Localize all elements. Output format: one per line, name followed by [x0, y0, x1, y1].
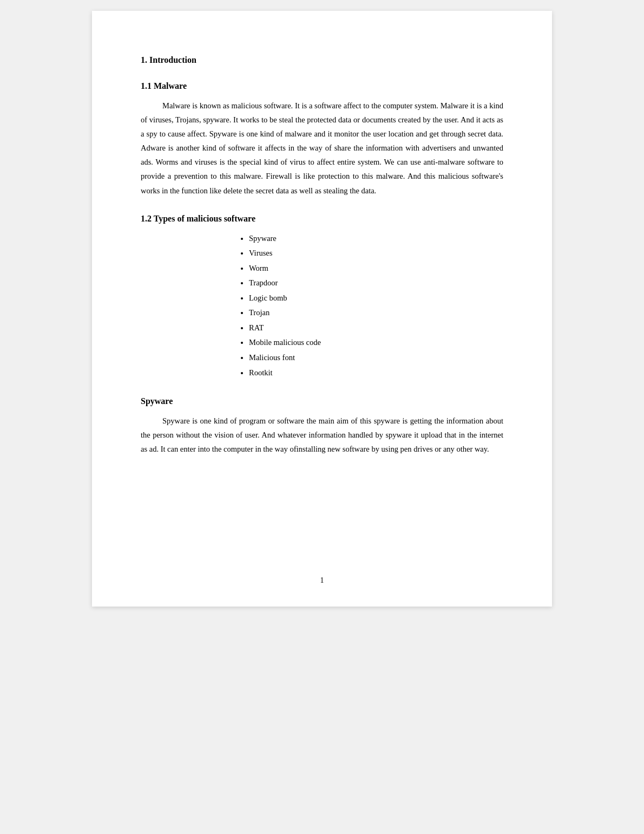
list-item: Mobile malicious code [249, 335, 503, 350]
page-number: 1 [92, 576, 552, 585]
list-item: Worm [249, 261, 503, 276]
spyware-paragraph: Spyware is one kind of program or softwa… [141, 414, 503, 456]
list-item: RAT [249, 321, 503, 336]
malware-heading: 1.1 Malware [141, 81, 503, 91]
list-item: Rootkit [249, 366, 503, 381]
spyware-heading: Spyware [141, 396, 503, 406]
malware-types-list: Spyware Viruses Worm Trapdoor Logic bomb… [249, 231, 503, 380]
list-item: Viruses [249, 246, 503, 261]
list-item: Spyware [249, 231, 503, 246]
malware-paragraph: Malware is known as malicious software. … [141, 99, 503, 198]
list-item-logic-bomb: Logic bomb [249, 291, 503, 306]
list-item: Trapdoor [249, 276, 503, 291]
list-item: Trojan [249, 305, 503, 321]
types-heading: 1.2 Types of malicious software [141, 214, 503, 224]
document-page: 1. Introduction 1.1 Malware Malware is k… [92, 11, 552, 607]
intro-heading: 1. Introduction [141, 55, 503, 65]
list-item: Malicious font [249, 350, 503, 366]
